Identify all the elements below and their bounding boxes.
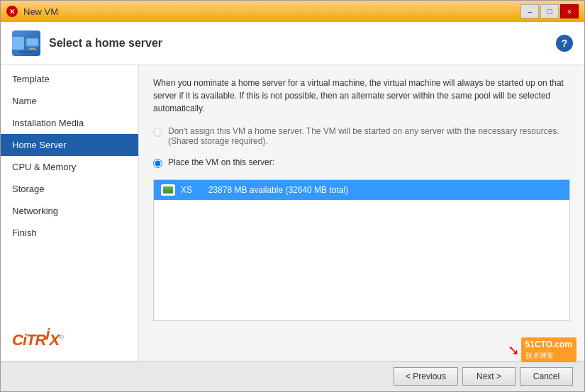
dialog-title: Select a home server (49, 37, 162, 50)
sidebar-item-storage[interactable]: Storage (1, 178, 138, 200)
radio-option-no-home-server[interactable]: Don't assign this VM a home server. The … (153, 126, 570, 146)
svg-rect-3 (28, 49, 37, 50)
radio-place-vm-label: Place the VM on this server: (168, 157, 274, 167)
main-content: Template Name Installation Media Home Se… (1, 65, 584, 361)
sidebar-item-cpu-memory[interactable]: CPU & Memory (1, 156, 138, 178)
sidebar-item-template[interactable]: Template (1, 68, 138, 90)
citrix-logo: CiTRiX® (1, 317, 138, 361)
server-icon (161, 184, 175, 196)
sidebar-item-home-server[interactable]: Home Server (1, 134, 138, 156)
description-text: When you nominate a home server for a vi… (153, 77, 570, 115)
window-title: New VM (23, 6, 58, 17)
sidebar-item-installation-media[interactable]: Installation Media (1, 112, 138, 134)
dialog-footer: < Previous Next > Cancel (1, 361, 584, 391)
minimize-button[interactable]: – (520, 4, 539, 18)
previous-button[interactable]: < Previous (394, 367, 458, 386)
sidebar: Template Name Installation Media Home Se… (1, 65, 139, 361)
dialog-header-left: Select a home server (12, 30, 162, 56)
sidebar-nav: Template Name Installation Media Home Se… (1, 68, 138, 244)
radio-no-home-server[interactable] (153, 128, 162, 137)
next-button[interactable]: Next > (462, 367, 516, 386)
title-bar: ✕ New VM – □ × (1, 1, 584, 22)
svg-rect-1 (27, 39, 38, 46)
title-bar-left: ✕ New VM (6, 6, 58, 17)
dialog-header: Select a home server ? (1, 22, 584, 65)
cancel-button[interactable]: Cancel (520, 367, 573, 386)
server-icon-inner (163, 186, 173, 194)
server-list: XS 23878 MB available (32640 MB total) (153, 179, 570, 321)
maximize-button[interactable]: □ (540, 4, 559, 18)
header-icon (12, 30, 40, 56)
server-info: 23878 MB available (32640 MB total) (208, 185, 348, 195)
server-item[interactable]: XS 23878 MB available (32640 MB total) (154, 180, 569, 200)
sidebar-item-networking[interactable]: Networking (1, 200, 138, 222)
sidebar-item-name[interactable]: Name (1, 90, 138, 112)
radio-place-vm[interactable] (153, 159, 162, 168)
radio-no-home-server-label: Don't assign this VM a home server. The … (168, 126, 570, 146)
right-panel: When you nominate a home server for a vi… (139, 65, 584, 361)
sidebar-item-finish[interactable]: Finish (1, 222, 138, 244)
server-name: XS (181, 185, 192, 195)
main-window: ✕ New VM – □ × Select a home server ? (0, 0, 585, 392)
title-bar-controls: – □ × (520, 4, 579, 18)
window-icon: ✕ (6, 6, 18, 17)
radio-option-place-vm[interactable]: Place the VM on this server: (153, 157, 570, 168)
help-button[interactable]: ? (556, 35, 573, 52)
close-button[interactable]: × (560, 4, 579, 18)
